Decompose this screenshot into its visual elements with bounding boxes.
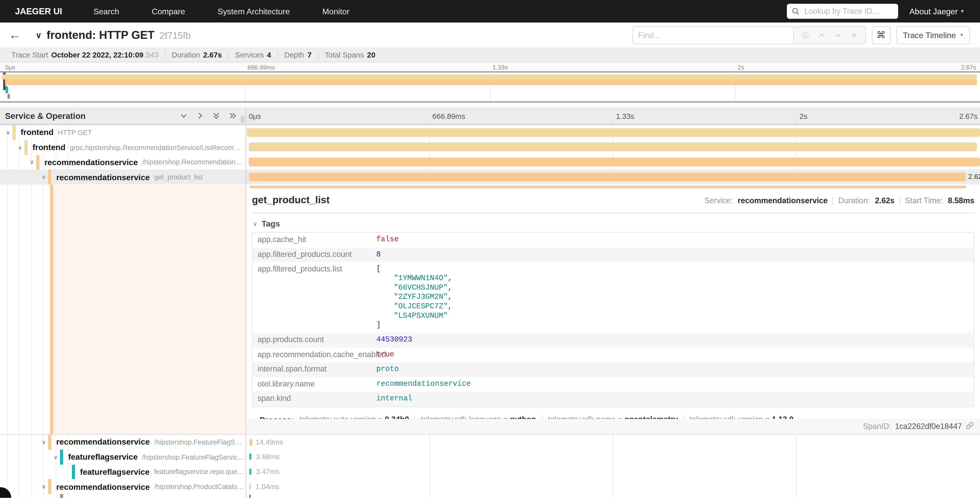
span-name-cell[interactable]: featureflagservicefeatureflagservice.rep… [0,464,245,479]
span-name-cell[interactable]: ∨recommendationservice/hipstershop.Recom… [0,155,245,169]
trace-minimap[interactable]: 0μs666.89ms1.33s2s2.67s [0,63,980,108]
span-timeline-cell[interactable]: 3.47ms [245,464,980,479]
span-collapse-chevron-icon[interactable]: ∨ [51,454,60,460]
prev-match-icon[interactable] [817,31,826,39]
tag-row: otel.library.namerecommendationservice [252,377,974,391]
span-collapse-chevron-icon[interactable]: ∨ [16,144,24,150]
span-collapse-chevron-icon[interactable]: ∨ [39,174,48,180]
span-service-name: featureflagservice [68,452,138,462]
span-row[interactable]: ∨recommendationservice/hipstershop.Featu… [0,434,980,449]
trace-lookup-box[interactable] [787,4,898,19]
nav-item-compare[interactable]: Compare [135,6,201,16]
span-duration-mark[interactable] [249,439,252,445]
nav-item-monitor[interactable]: Monitor [306,6,366,16]
nav-item-search[interactable]: Search [77,6,135,16]
column-divider[interactable] [245,108,246,498]
span-name-cell[interactable]: ∨frontendgrpc.hipstershop.Recommendation… [0,140,245,155]
span-duration-bar[interactable] [249,172,966,181]
span-detail-bottom-border [0,434,245,434]
span-row[interactable]: ∨featureflagservice/hipstershop.FeatureF… [0,449,980,464]
trace-services: Services4 [229,50,277,59]
span-operation-name: get_product_list [154,173,203,181]
next-match-icon[interactable] [834,31,842,39]
nav-item-system-architecture[interactable]: System Architecture [201,6,306,16]
span-timeline-cell[interactable] [245,125,980,140]
trace-duration: Duration2.67s [165,50,228,59]
expand-one-icon[interactable] [196,111,204,120]
tag-row: app.cache_hitfalse [252,233,974,247]
span-collapse-chevron-icon[interactable]: ∨ [39,484,48,490]
span-row[interactable]: ∨recommendationserviceget_product_list2.… [0,170,980,185]
minimap-span-other-mark [8,94,10,99]
trace-title-bar: ← ∨ frontend: HTTP GET2f715fb ⌘ [0,22,980,48]
span-duration-bar[interactable] [249,143,977,152]
span-duration-mark[interactable] [250,468,251,474]
span-name-cell[interactable]: ∨recommendationserviceget_product_list [0,170,245,185]
span-timeline-cell[interactable]: 2.62s [245,170,980,185]
divider [899,196,900,205]
service-color-bar [48,479,51,494]
span-name-cell[interactable]: ∨recommendationservice/hipstershop.Produ… [0,479,245,494]
span-duration-mark[interactable] [249,483,251,489]
column-resize-grip[interactable] [241,116,244,123]
trace-collapse-chevron-icon[interactable]: ∨ [28,30,46,40]
span-duration-bar[interactable] [249,158,980,166]
collapse-all-icon[interactable] [212,111,221,120]
span-name-cell[interactable] [0,494,245,498]
span-collapse-chevron-icon[interactable]: ∨ [4,129,13,136]
ruler-tick-label: 1.33s [616,112,634,121]
trace-view-selector[interactable]: Trace Timeline ▾ [896,26,970,44]
tags-section-toggle[interactable]: ∨Tags [253,219,974,228]
span-collapse-chevron-icon[interactable]: ∨ [39,439,48,445]
back-arrow-icon[interactable]: ← [0,28,28,42]
clear-find-icon[interactable] [850,31,858,39]
span-row[interactable] [0,494,980,498]
about-jaeger-menu[interactable]: About Jaeger ▾ [910,6,964,16]
span-duration-bar[interactable] [247,128,980,137]
minimap-tick-labels: 0μs666.89ms1.33s2s2.67s [0,63,980,71]
find-tools [794,26,866,44]
service-color-bar [60,494,63,498]
span-id-strip: SpanID:1ca2262df0e18447 [246,419,980,434]
span-name-cell[interactable]: ∨frontendHTTP GET [0,125,245,140]
expand-all-icon[interactable] [228,111,237,120]
focus-match-icon[interactable] [801,31,809,39]
span-timeline-cell[interactable] [245,494,980,498]
span-service-name: featureflagservice [80,467,150,477]
detail-service-value: recommendationservice [738,196,828,205]
span-timeline-cell[interactable]: 3.68ms [245,449,980,464]
span-timeline-cell[interactable]: 14.49ms [245,434,980,449]
span-timeline-cell[interactable]: 1.04ms [245,479,980,494]
ruler-tick-label: 666.89ms [432,112,465,121]
span-name-cell[interactable]: ∨recommendationservice/hipstershop.Featu… [0,434,245,449]
trace-lookup-input[interactable] [803,6,893,16]
tag-value: internal [376,391,412,406]
trace-start: Trace StartOctober 22 2022, 22:10:09.543 [5,50,165,59]
collapse-one-icon[interactable] [179,111,188,120]
span-duration-mark[interactable] [249,495,251,498]
find-input[interactable] [632,26,794,44]
trace-depth: Depth7 [278,50,318,59]
keyboard-shortcuts-button[interactable]: ⌘ [872,26,890,44]
span-row[interactable]: ∨recommendationservice/hipstershop.Produ… [0,479,980,494]
span-timeline-cell[interactable] [245,155,980,169]
span-row[interactable]: ∨recommendationservice/hipstershop.Recom… [0,155,980,169]
span-row[interactable]: ∨frontendHTTP GET [0,125,980,140]
copy-link-icon[interactable] [966,421,974,431]
span-timeline-cell[interactable] [245,140,980,155]
tag-row: app.products.count44530923 [252,333,974,347]
span-duration-mark[interactable] [250,453,251,460]
collapse-controls [179,111,245,120]
trace-total-spans: Total Spans20 [318,50,382,59]
tag-value: ["1YMWWN1N4O","66VCHSJNUP","2ZYFJ3GM2N",… [376,262,452,333]
span-row[interactable]: featureflagservicefeatureflagservice.rep… [0,464,980,479]
tags-table: app.cache_hitfalseapp.filtered_products.… [252,232,974,407]
tag-key: app.cache_hit [252,233,376,246]
minimap-canvas[interactable] [0,71,980,102]
service-color-bar [48,434,51,449]
span-row[interactable]: ∨frontendgrpc.hipstershop.Recommendation… [0,140,980,155]
span-name-cell[interactable]: ∨featureflagservice/hipstershop.FeatureF… [0,449,245,464]
command-icon: ⌘ [876,29,886,41]
app-logo[interactable]: JAEGER UI [0,6,77,16]
span-collapse-chevron-icon[interactable]: ∨ [28,159,36,165]
